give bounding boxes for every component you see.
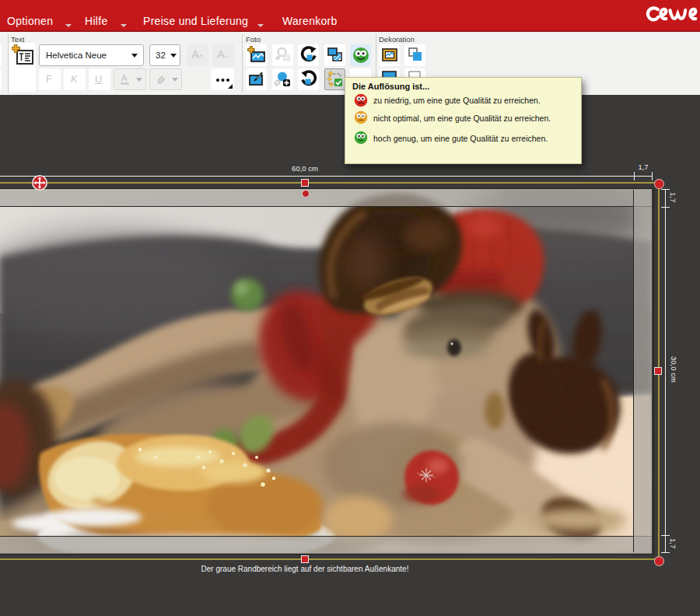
- svg-text:A: A: [121, 73, 128, 82]
